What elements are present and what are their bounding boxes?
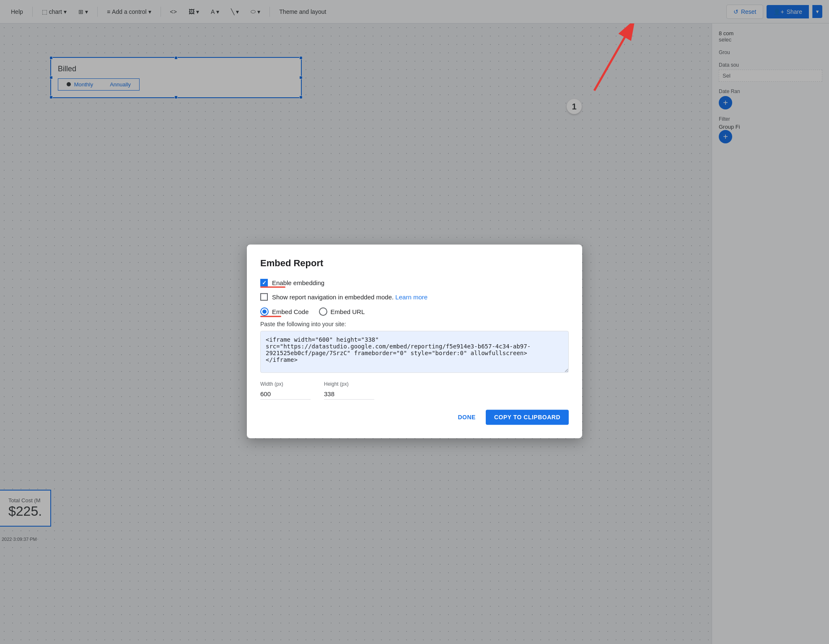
width-field: Width (px) (260, 381, 311, 400)
width-input[interactable] (260, 389, 311, 400)
embed-code-textarea[interactable]: <iframe width="600" height="338" src="ht… (260, 331, 569, 373)
embed-url-radio[interactable] (319, 307, 327, 316)
width-label: Width (px) (260, 381, 311, 387)
height-label: Height (px) (324, 381, 374, 387)
radio-inner (262, 309, 267, 314)
embed-report-modal: Embed Report ✓ Enable embedding Show rep… (247, 244, 582, 438)
height-field: Height (px) (324, 381, 374, 400)
embed-url-label: Embed URL (331, 308, 365, 315)
height-input[interactable] (324, 389, 374, 400)
embed-type-row: Embed Code Embed URL (260, 307, 569, 316)
enable-embedding-label: Enable embedding (272, 279, 324, 286)
embed-url-option[interactable]: Embed URL (319, 307, 365, 316)
paste-instructions: Paste the following into your site: (260, 321, 569, 327)
checkmark-icon: ✓ (262, 280, 267, 286)
show-navigation-row: Show report navigation in embedded mode.… (260, 293, 569, 301)
embed-code-option[interactable]: Embed Code (260, 307, 309, 316)
embed-code-radio[interactable] (260, 307, 269, 316)
modal-footer: DONE COPY TO CLIPBOARD (260, 410, 569, 425)
copy-to-clipboard-button[interactable]: COPY TO CLIPBOARD (486, 410, 569, 425)
enable-embedding-checkbox[interactable]: ✓ (260, 279, 268, 286)
done-button[interactable]: DONE (451, 410, 482, 424)
enable-embedding-row: ✓ Enable embedding (260, 279, 569, 286)
modal-title: Embed Report (260, 258, 569, 269)
embed-code-label: Embed Code (272, 308, 309, 315)
show-navigation-checkbox[interactable] (260, 293, 268, 301)
show-navigation-label: Show report navigation in embedded mode.… (272, 293, 427, 301)
dimensions-row: Width (px) Height (px) (260, 381, 569, 400)
learn-more-link[interactable]: Learn more (395, 293, 427, 301)
